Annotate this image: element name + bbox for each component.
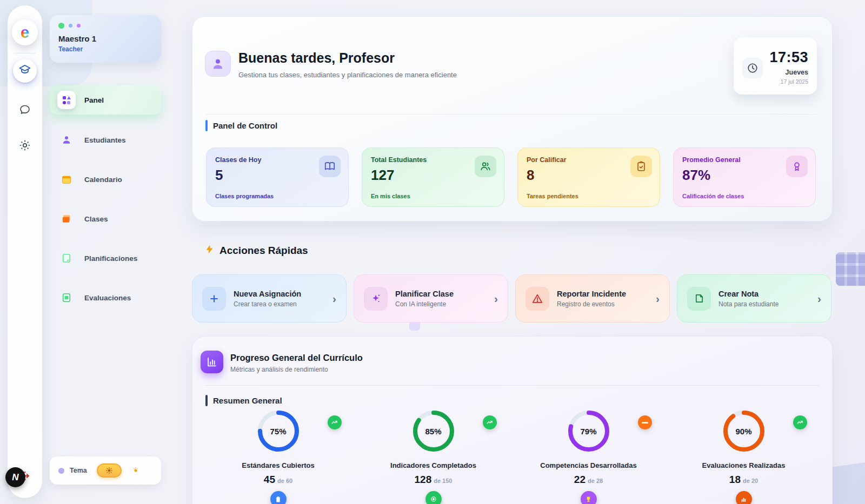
ring-value: 128	[415, 474, 432, 485]
ring-percent: 85%	[411, 408, 456, 454]
section-accent-bar	[205, 395, 208, 406]
ring-label: Evaluaciones Realizadas	[666, 461, 821, 469]
progress-ring-competencias: 79% Competencias Desarrolladas 22de 28	[511, 408, 666, 504]
sidebar: Maestro 1 Teacher Panel Estudiantes	[49, 0, 162, 504]
ring-label: Estándares Cubiertos	[201, 461, 356, 469]
sidebar-item-estudiantes[interactable]: Estudiantes	[50, 125, 161, 154]
progress-title: Progreso General del Currículo	[230, 353, 363, 363]
app-logo[interactable]: e	[12, 19, 38, 45]
stat-card-por-calificar[interactable]: Por Calificar 8 Tareas pendientes	[517, 147, 660, 207]
ring-value: 45	[264, 474, 275, 485]
sparkles-icon	[364, 287, 388, 311]
ring-percent: 75%	[256, 408, 301, 454]
section-accent-bar	[205, 120, 208, 131]
ring-total: de 20	[743, 478, 758, 484]
award-icon	[786, 156, 808, 177]
clipboard-badge-icon	[270, 491, 287, 504]
sidebar-item-label: Planificaciones	[84, 254, 137, 263]
theme-label: Tema	[70, 467, 87, 474]
icon-rail: e	[8, 5, 42, 498]
section-title: Resumen General	[213, 396, 282, 405]
theme-toggle[interactable]	[97, 463, 122, 478]
curriculum-progress-card: Progreso General del Currículo Métricas …	[192, 336, 833, 504]
action-title: Reportar Incidente	[557, 290, 626, 298]
status-dot-green	[58, 23, 64, 29]
divider	[205, 114, 819, 115]
divider	[205, 385, 819, 386]
stat-card-total-estudiantes[interactable]: Total Estudiantes 127 En mis clases	[362, 147, 504, 207]
clock-time: 17:53	[769, 49, 808, 66]
clock-icon	[742, 58, 763, 78]
ring-total: de 28	[588, 478, 603, 484]
profile-role: Teacher	[58, 45, 152, 53]
dev-badge-letter: N	[12, 472, 18, 483]
action-planificar-clase[interactable]: Planificar Clase Con IA inteligente ›	[354, 274, 508, 322]
trend-up-icon	[483, 415, 497, 429]
action-subtitle: Crear tarea o examen	[234, 300, 301, 308]
sidebar-item-clases[interactable]: Clases	[50, 204, 161, 233]
stat-caption: Clases programadas	[215, 193, 274, 199]
logo-e-glyph: e	[21, 24, 30, 41]
document-icon	[57, 249, 76, 267]
action-crear-nota[interactable]: Crear Nota Nota para estudiante ›	[677, 274, 831, 322]
stat-caption: Calificación de clases	[682, 193, 744, 199]
page-title: Buenas tardes, Profesor	[238, 50, 395, 66]
main-content: Buenas tardes, Profesor Gestiona tus cla…	[192, 0, 833, 504]
progress-ring-evaluaciones: 90% Evaluaciones Realizadas 18de 20	[666, 408, 821, 504]
clock-card: 17:53 Jueves 17 jul 2025	[734, 37, 817, 95]
theme-dot-icon	[58, 468, 64, 474]
chart-badge-icon	[736, 491, 752, 504]
calendar-icon	[57, 170, 76, 189]
progress-ring-indicadores: 85% Indicadores Completados 128de 150	[356, 408, 511, 504]
profile-card[interactable]: Maestro 1 Teacher	[50, 15, 161, 63]
bar-chart-icon	[201, 351, 223, 373]
users-icon	[475, 156, 496, 177]
sidebar-item-calendario[interactable]: Calendario	[50, 165, 161, 194]
profile-status-dots	[58, 23, 152, 29]
sidebar-item-evaluaciones[interactable]: Evaluaciones	[50, 283, 161, 312]
status-dot-blue	[69, 24, 72, 28]
ring-label: Competencias Desarrolladas	[511, 461, 666, 469]
sidebar-item-label: Estudiantes	[84, 136, 126, 144]
decor-grid-pattern	[836, 252, 865, 286]
progress-ring-estandares: 75% Estándares Cubiertos 45de 60	[201, 408, 356, 504]
student-icon	[57, 131, 76, 149]
chevron-right-icon: ›	[817, 292, 821, 305]
action-subtitle: Con IA inteligente	[395, 300, 454, 308]
action-subtitle: Nota para estudiante	[718, 300, 778, 308]
action-reportar-incidente[interactable]: Reportar Incidente Registro de eventos ›	[515, 274, 670, 322]
chat-bubble-icon	[18, 109, 31, 118]
lightning-icon	[204, 244, 215, 257]
chat-button[interactable]	[18, 103, 31, 118]
sun-icon	[132, 467, 139, 474]
stat-card-clases-hoy[interactable]: Clases de Hoy 5 Clases programadas	[206, 147, 349, 207]
divider	[14, 53, 36, 53]
book-open-icon	[319, 156, 341, 177]
ring-chart: 79%	[566, 408, 611, 454]
sidebar-item-panel[interactable]: Panel	[50, 85, 161, 115]
dev-overlay-badge[interactable]: N	[5, 467, 25, 487]
progress-subtitle: Métricas y análisis de rendimiento	[230, 366, 328, 373]
dashboard-icon	[57, 91, 76, 109]
stat-card-promedio-general[interactable]: Promedio General 87% Calificación de cla…	[673, 147, 816, 207]
sidebar-item-label: Evaluaciones	[84, 294, 131, 302]
avatar	[205, 51, 231, 77]
target-badge-icon	[425, 491, 442, 504]
sidebar-item-label: Panel	[84, 96, 104, 104]
sidebar-item-label: Calendario	[84, 176, 122, 184]
welcome-card: Buenas tardes, Profesor Gestiona tus cla…	[192, 16, 833, 221]
action-title: Planificar Clase	[395, 290, 454, 298]
chevron-right-icon: ›	[656, 292, 660, 305]
action-nueva-asignacion[interactable]: Nueva Asignación Crear tarea o examen ›	[192, 274, 347, 322]
teacher-mode-button[interactable]	[13, 59, 37, 83]
sidebar-item-planificaciones[interactable]: Planificaciones	[50, 244, 161, 273]
stat-caption: En mis clases	[371, 193, 410, 199]
alert-triangle-icon	[525, 287, 549, 311]
section-title: Panel de Control	[213, 121, 277, 130]
chevron-right-icon: ›	[332, 292, 336, 305]
clock-day: Jueves	[786, 69, 808, 76]
settings-button[interactable]	[18, 139, 31, 154]
profile-name: Maestro 1	[58, 34, 152, 43]
resumen-general-heading: Resumen General	[205, 395, 282, 406]
trend-flat-icon	[638, 415, 652, 429]
